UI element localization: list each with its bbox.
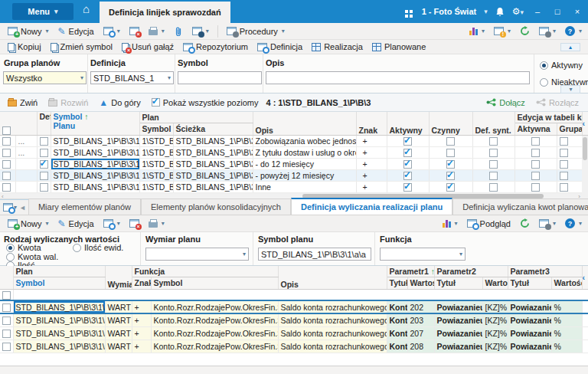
col-plan-symbol[interactable]: Symbol bbox=[139, 123, 173, 135]
plan-dimension-combo[interactable] bbox=[145, 248, 249, 261]
go-up-button[interactable]: Do góry bbox=[96, 96, 143, 110]
table-row[interactable]: STD_BILANS_1\P\B\3\1\a\a WART + Konto.Ro… bbox=[0, 340, 588, 353]
collapse-columns-button[interactable]: ‹ bbox=[582, 266, 588, 289]
layout-button[interactable] bbox=[536, 25, 559, 37]
app-grid-icon[interactable] bbox=[405, 10, 408, 13]
plan-group-combo[interactable]: Wszystko bbox=[3, 71, 87, 84]
bell-icon[interactable] bbox=[495, 7, 505, 17]
col-ed-aktywna[interactable]: Aktywna bbox=[514, 123, 557, 135]
col-symbol-planu[interactable]: Symbol ↑ Planu bbox=[51, 112, 139, 135]
col-p2-tytul[interactable]: Tytuł bbox=[434, 277, 482, 289]
collapse-filter-button[interactable] bbox=[560, 43, 580, 51]
col-opis[interactable]: Opis bbox=[278, 266, 387, 289]
detail-help-button[interactable]: ? bbox=[562, 217, 585, 230]
table-row-selected[interactable]: STD_BILANS_1\P\B\3\1\a\a WART + Konto.Ro… bbox=[0, 300, 588, 313]
opis-input[interactable] bbox=[266, 71, 530, 84]
tab-options-button[interactable] bbox=[3, 203, 17, 212]
col-p1-tytul[interactable]: Tytuł bbox=[387, 277, 407, 289]
chart-button[interactable] bbox=[466, 25, 488, 37]
detach-button[interactable]: Rozłącz bbox=[533, 97, 582, 109]
table-row[interactable]: STD_BILANS_1\P\B\3\1\a\a WART + Konto.Ro… bbox=[0, 313, 588, 326]
edit-button[interactable]: Edycja bbox=[55, 25, 97, 38]
detail-print-button[interactable] bbox=[145, 218, 168, 229]
table-row[interactable]: STD_BILANS_1\P\B\3\1\a\b 1\STD_BIL STD_B… bbox=[0, 169, 588, 181]
kwota-radio[interactable]: Kwota bbox=[6, 243, 41, 252]
maximize-button[interactable]: □ bbox=[551, 7, 564, 16]
table-row[interactable]: ... STD_BILANS_1\P\B\3\1 1\STD_BIL STD_B… bbox=[0, 135, 588, 146]
detail-layout-button[interactable] bbox=[536, 218, 559, 229]
plan-symbol-combo[interactable]: STD_BILANS_1\P\B\3\1\a\a bbox=[258, 248, 371, 261]
gear-icon[interactable]: ⚙▾ bbox=[512, 6, 524, 17]
col-znak[interactable]: Znak bbox=[132, 277, 151, 289]
col-p3-tytul[interactable]: Tytuł bbox=[508, 277, 551, 289]
menu-button[interactable]: Menu▾ bbox=[12, 3, 74, 20]
attach-button[interactable]: Dołącz bbox=[483, 97, 528, 109]
col-ed-grupa[interactable]: Grupa wyma bbox=[557, 123, 582, 135]
detail-search-button[interactable] bbox=[100, 218, 123, 229]
new-button[interactable]: + Nowy bbox=[5, 25, 52, 38]
search-button[interactable] bbox=[100, 25, 123, 37]
symbol-input[interactable] bbox=[178, 71, 262, 84]
col-opis[interactable]: Opis bbox=[253, 112, 356, 135]
realization-button[interactable]: Realizacja bbox=[309, 41, 366, 53]
procedures-button[interactable]: Procedury bbox=[224, 25, 288, 38]
detail-refresh-button[interactable] bbox=[517, 217, 533, 230]
log-button[interactable]: ! bbox=[491, 25, 514, 37]
definition-combo[interactable]: STD_BILANS_1 bbox=[90, 71, 174, 84]
col-czynny[interactable]: Czynny bbox=[429, 112, 472, 135]
company-chevron-icon[interactable]: ▾ bbox=[484, 8, 488, 15]
tabs-scroll-left-icon[interactable]: ◄ bbox=[17, 204, 28, 212]
table-row-selected[interactable]: STD_BILANS_1\P\B\3\1\a\a 1\STD_BIL STD_B… bbox=[0, 158, 588, 169]
col-def-synt[interactable]: Def. synt. bbox=[472, 112, 514, 135]
col-p2-wartosc[interactable]: Wartość bbox=[482, 277, 508, 289]
table-row[interactable]: STD_BILANS_1\P\B\3\1\a\a WART + Konto.Ro… bbox=[0, 326, 588, 340]
delete-branch-button[interactable]: ×Usuń gałąź bbox=[119, 41, 177, 53]
help-button[interactable]: ? bbox=[562, 25, 585, 38]
preview-button[interactable]: Podgląd bbox=[464, 218, 514, 230]
col-def[interactable]: Def bbox=[37, 112, 51, 135]
col-funkcja-symbol[interactable]: Symbol bbox=[151, 277, 278, 289]
attachment-button[interactable] bbox=[171, 25, 186, 38]
tab-elementy[interactable]: Elementy planów konsolidacyjnych bbox=[141, 198, 291, 215]
col-symbol[interactable]: Symbol bbox=[13, 277, 105, 289]
detail-chart-button[interactable] bbox=[439, 218, 461, 229]
minimize-button[interactable]: – bbox=[531, 7, 544, 16]
planned-button[interactable]: Planowane bbox=[369, 41, 429, 53]
collapse-tree-button[interactable]: Zwiń bbox=[5, 97, 41, 109]
table-row[interactable]: STD_BILANS_1\P\B\3\1\b 1\STD_BIL STD_BIL… bbox=[0, 181, 588, 192]
delete-button[interactable]: × bbox=[126, 25, 142, 37]
col-wymiar[interactable]: Wymiar bbox=[105, 266, 132, 289]
col-znak[interactable]: Znak bbox=[356, 112, 387, 135]
change-symbol-button[interactable]: Zmień symbol bbox=[47, 41, 116, 53]
col-sciezka[interactable]: Ścieżka bbox=[173, 123, 253, 135]
document-tab[interactable]: Definicja linijek sprawozdań bbox=[100, 2, 230, 23]
collapse-columns-button[interactable]: ‹ bbox=[582, 112, 588, 135]
vertical-scrollbar[interactable] bbox=[582, 136, 588, 193]
tab-definicja-realizacji[interactable]: Definicja wyliczania realizacji planu bbox=[291, 198, 452, 215]
refresh-button[interactable] bbox=[517, 25, 533, 38]
definition-button[interactable]: Definicja bbox=[254, 41, 305, 53]
bottom-scroll-area[interactable] bbox=[0, 366, 588, 374]
tab-miary[interactable]: Miary elementów planów bbox=[28, 198, 141, 215]
contractor-button[interactable] bbox=[189, 25, 212, 37]
select-all-header[interactable] bbox=[0, 112, 37, 135]
expand-tree-button[interactable]: Rozwiń bbox=[45, 97, 91, 109]
home-icon[interactable]: ⌂ bbox=[83, 2, 90, 15]
table-row[interactable]: ... STD_BILANS_1\P\B\3\1\a 1\STD_BIL STD… bbox=[0, 146, 588, 158]
print-button[interactable] bbox=[145, 25, 168, 37]
col-p3-wartosc[interactable]: Wartość bbox=[551, 277, 582, 289]
ilosc-ewid-radio[interactable]: Ilość ewid. bbox=[73, 243, 123, 252]
expand-filter-button[interactable] bbox=[560, 85, 580, 94]
copy-button[interactable]: Kopiuj bbox=[5, 41, 44, 53]
active-radio[interactable]: Aktywny bbox=[540, 61, 583, 70]
tab-definicja-kwot[interactable]: Definicja wyliczania kwot planowanych bbox=[452, 198, 588, 215]
close-button[interactable]: × bbox=[571, 7, 583, 16]
detail-new-button[interactable]: + Nowy bbox=[5, 218, 52, 230]
detail-delete-button[interactable]: × bbox=[126, 218, 142, 229]
function-combo[interactable] bbox=[380, 248, 466, 261]
show-all-levels-checkbox[interactable]: Pokaż wszystkie poziomy bbox=[149, 97, 262, 109]
repository-button[interactable]: Repozytorium bbox=[180, 41, 251, 53]
col-p1-wartosc[interactable]: Wartość bbox=[407, 277, 434, 289]
col-aktywny[interactable]: Aktywny bbox=[387, 112, 429, 135]
detail-edit-button[interactable]: Edycja bbox=[55, 217, 97, 231]
